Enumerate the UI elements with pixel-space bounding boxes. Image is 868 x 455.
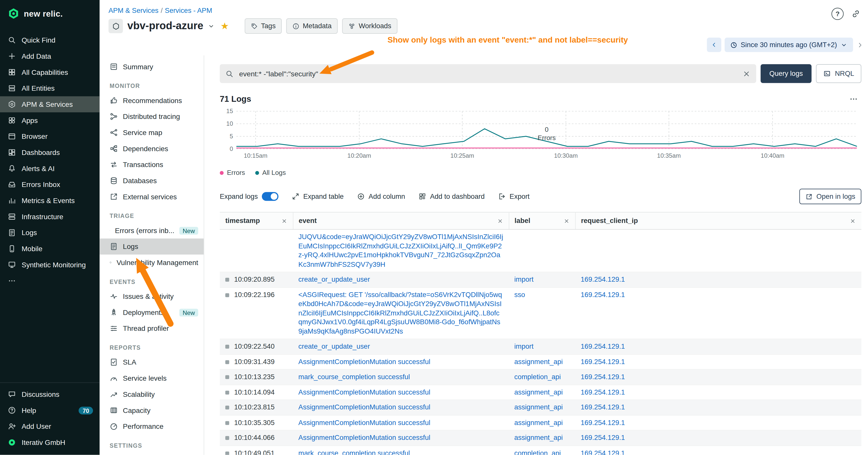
remove-column-icon[interactable] [281, 218, 287, 224]
sidebar-item-help[interactable]: Help70 [0, 402, 99, 419]
subnav-item-capacity[interactable]: Capacity [99, 402, 204, 419]
log-label-link[interactable]: assignment_api [514, 419, 562, 426]
log-event-link[interactable]: AssignmentCompletionMutation successful [299, 403, 430, 411]
link-icon[interactable] [851, 9, 860, 18]
add-to-dashboard-button[interactable]: Add to dashboard [418, 193, 485, 200]
log-row[interactable]: 10:10:49.051mark_course_completion succe… [220, 446, 862, 455]
log-label-link[interactable]: sso [514, 291, 525, 298]
chip-metadata[interactable]: Metadata [286, 18, 338, 33]
time-picker[interactable]: Since 30 minutes ago (GMT+2) [724, 37, 853, 52]
log-event-link[interactable]: create_or_update_user [299, 275, 370, 284]
legend-item-all-logs[interactable]: All Logs [255, 169, 286, 176]
sidebar-item-synthetic-monitoring[interactable]: Synthetic Monitoring [0, 257, 99, 273]
log-event-link[interactable]: AssignmentCompletionMutation successful [299, 434, 430, 442]
sidebar-item-mobile[interactable]: Mobile [0, 240, 99, 257]
subnav-item-service-levels[interactable]: Service levels [99, 370, 204, 386]
log-ip-link[interactable]: 169.254.129.1 [581, 449, 625, 455]
sidebar-item-add-user[interactable]: Add User [0, 418, 99, 434]
subnav-item-logs[interactable]: Logs [99, 238, 204, 255]
subnav-item-scalability[interactable]: Scalability [99, 386, 204, 402]
legend-item-errors[interactable]: Errors [220, 169, 245, 176]
sidebar-item-more[interactable] [0, 273, 99, 289]
subnav-item-errors-errors-inb[interactable]: Errors (errors inb...New [99, 223, 204, 238]
clear-query-icon[interactable] [742, 69, 750, 78]
log-event-link[interactable]: AssignmentCompletionMutation successful [299, 358, 430, 365]
log-event-link[interactable]: mark_course_completion successful [299, 449, 410, 455]
log-row[interactable]: JUQVU&code=eyJraWQiOiJjcGtY29yZV8wOTl1Mj… [220, 229, 862, 272]
column-header-timestamp[interactable]: timestamp [220, 212, 293, 229]
log-ip-link[interactable]: 169.254.129.1 [581, 291, 625, 298]
sidebar-item-add-data[interactable]: Add Data [0, 48, 99, 64]
log-row[interactable]: 10:09:20.895create_or_update_userimport1… [220, 272, 862, 287]
subnav-item-transactions[interactable]: Transactions [99, 157, 204, 173]
sidebar-item-iterativ-gmbh[interactable]: Iterativ GmbH [0, 434, 99, 451]
subnav-item-deployments[interactable]: DeploymentsNew [99, 304, 204, 321]
log-ip-link[interactable]: 169.254.129.1 [581, 388, 625, 396]
sidebar-item-metrics-events[interactable]: Metrics & Events [0, 193, 99, 208]
export-button[interactable]: Export [498, 193, 530, 200]
expand-logs-toggle[interactable]: Expand logs [220, 192, 278, 201]
subnav-item-sla[interactable]: SLA [99, 354, 204, 370]
sidebar-item-apps[interactable]: Apps [0, 112, 99, 129]
favorite-star-icon[interactable]: ★ [220, 22, 229, 31]
log-ip-link[interactable]: 169.254.129.1 [581, 403, 625, 411]
log-ip-link[interactable]: 169.254.129.1 [581, 373, 625, 381]
subnav-item-databases[interactable]: Databases [99, 172, 204, 189]
close-icon[interactable] [497, 218, 503, 224]
log-ip-link[interactable]: 169.254.129.1 [581, 434, 625, 442]
log-row[interactable]: 10:10:23.815AssignmentCompletionMutation… [220, 400, 862, 415]
remove-column-icon[interactable] [563, 218, 569, 224]
log-label-link[interactable]: assignment_api [514, 388, 562, 396]
time-back-button[interactable] [707, 37, 721, 52]
expand-table-button[interactable]: Expand table [291, 193, 343, 200]
sidebar-item-all-capabilities[interactable]: All Capabilities [0, 64, 99, 80]
close-icon[interactable] [563, 218, 569, 224]
subnav-item-summary[interactable]: Summary [99, 59, 204, 75]
log-ip-link[interactable]: 169.254.129.1 [581, 419, 625, 426]
subnav-item-issues-activity[interactable]: Issues & activity [99, 288, 204, 304]
log-row[interactable]: 10:09:31.439AssignmentCompletionMutation… [220, 354, 862, 369]
log-label-link[interactable]: assignment_api [514, 358, 562, 365]
chip-tags[interactable]: Tags [245, 18, 282, 33]
breadcrumb-link-services-apm[interactable]: Services - APM [165, 6, 212, 14]
add-column-button[interactable]: Add column [357, 193, 405, 200]
sidebar-item-all-entities[interactable]: All Entities [0, 80, 99, 96]
remove-column-icon[interactable] [850, 218, 856, 224]
toggle-on[interactable] [261, 192, 278, 201]
log-row[interactable]: 10:10:44.066AssignmentCompletionMutation… [220, 430, 862, 446]
sidebar-item-infrastructure[interactable]: Infrastructure [0, 208, 99, 225]
log-event-link[interactable]: <ASGIRequest: GET '/sso/callback/?state=… [299, 291, 502, 335]
row-expand-icon[interactable] [225, 293, 229, 297]
row-expand-icon[interactable] [225, 421, 229, 424]
sidebar-item-errors-inbox[interactable]: Errors Inbox [0, 176, 99, 193]
row-expand-icon[interactable] [225, 375, 229, 379]
subnav-item-dependencies[interactable]: Dependencies [99, 140, 204, 157]
logs-query-bar[interactable] [220, 64, 756, 83]
time-forward-button[interactable] [857, 41, 864, 48]
row-expand-icon[interactable] [225, 436, 229, 440]
entity-switcher-button[interactable] [208, 23, 215, 30]
log-event-link[interactable]: create_or_update_user [299, 343, 370, 351]
row-expand-icon[interactable] [225, 278, 229, 282]
remove-column-icon[interactable] [497, 218, 503, 224]
log-label-link[interactable]: import [514, 275, 533, 284]
subnav-item-vulnerability-management[interactable]: Vulnerability Management [99, 255, 204, 270]
more-options-icon[interactable] [849, 94, 858, 103]
log-ip-link[interactable]: 169.254.129.1 [581, 275, 625, 284]
log-row[interactable]: 10:09:22.196<ASGIRequest: GET '/sso/call… [220, 287, 862, 339]
log-label-link[interactable]: assignment_api [514, 403, 562, 411]
log-event-link[interactable]: JUQVU&code=eyJraWQiOiJjcGtY29yZV8wOTl1Mj… [299, 233, 503, 268]
row-expand-icon[interactable] [225, 345, 229, 349]
query-logs-button[interactable]: Query logs [761, 64, 811, 83]
help-icon[interactable]: ? [832, 8, 843, 20]
subnav-item-distributed-tracing[interactable]: Distributed tracing [99, 108, 204, 125]
subnav-item-thread-profiler[interactable]: Thread profiler [99, 321, 204, 336]
open-in-logs-button[interactable]: Open in logs [799, 189, 861, 204]
log-label-link[interactable]: completion_api [514, 449, 561, 455]
log-ip-link[interactable]: 169.254.129.1 [581, 358, 625, 365]
log-event-link[interactable]: mark_course_completion successful [299, 373, 410, 381]
logs-query-input[interactable] [238, 69, 738, 78]
sidebar-item-logs[interactable]: Logs [0, 225, 99, 241]
subnav-item-service-map[interactable]: Service map [99, 125, 204, 140]
chevron-right-icon[interactable] [857, 41, 864, 48]
